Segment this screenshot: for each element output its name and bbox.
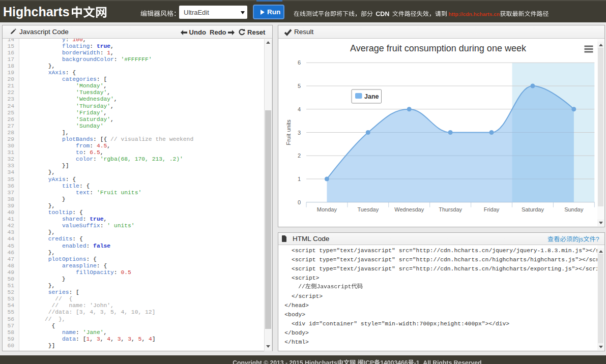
svg-text:Sunday: Sunday <box>564 206 584 213</box>
svg-text:3: 3 <box>298 130 301 136</box>
svg-text:Jane: Jane <box>364 93 379 100</box>
svg-text:0: 0 <box>298 199 301 205</box>
svg-text:4: 4 <box>298 106 301 112</box>
svg-text:1: 1 <box>298 176 301 182</box>
svg-text:6: 6 <box>298 59 301 66</box>
svg-text:Friday: Friday <box>484 206 500 213</box>
svg-text:Tuesday: Tuesday <box>357 206 379 213</box>
svg-text:5: 5 <box>298 83 301 89</box>
svg-text:2: 2 <box>298 153 301 159</box>
svg-text:Wednesday: Wednesday <box>394 206 424 213</box>
svg-text:Fruit units: Fruit units <box>285 119 292 145</box>
svg-text:Monday: Monday <box>317 206 337 213</box>
svg-text:Thursday: Thursday <box>439 206 462 213</box>
svg-text:Saturday: Saturday <box>522 206 544 213</box>
